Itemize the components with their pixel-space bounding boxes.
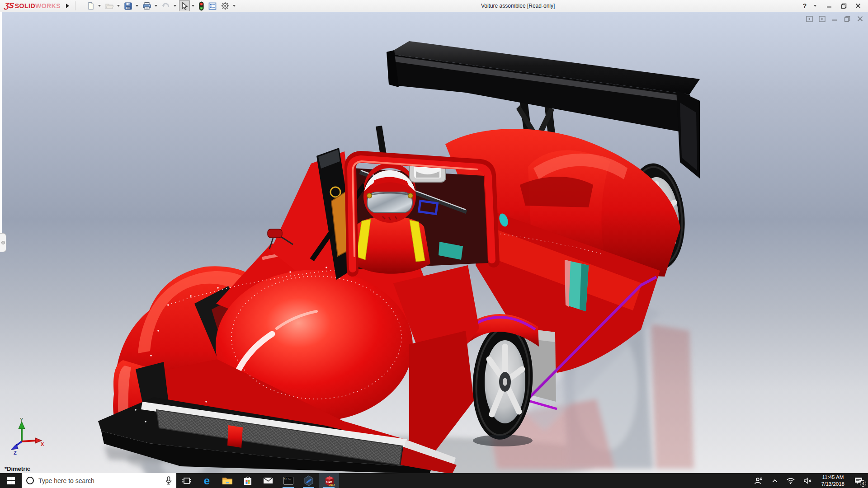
panel-splitter-handle[interactable]	[0, 233, 6, 252]
splitter-grip-icon	[1, 241, 5, 244]
file-properties-button[interactable]	[207, 0, 218, 11]
hidden-icons-button[interactable]	[769, 473, 781, 488]
graphics-viewport: Y X Z *Dimetric	[0, 12, 868, 473]
chevron-up-icon	[772, 479, 778, 483]
doc-restore-button[interactable]	[844, 15, 851, 22]
undo-button[interactable]	[160, 0, 172, 11]
clock-date: 7/13/2018	[821, 481, 844, 488]
view-orientation-label: *Dimetric	[5, 465, 30, 472]
solidworks-logo[interactable]: ƷS SOLIDWORKS	[0, 1, 63, 10]
select-dropdown[interactable]	[192, 5, 194, 7]
save-button[interactable]	[123, 0, 134, 11]
undo-icon	[161, 2, 170, 10]
doc-minimize-button[interactable]	[831, 15, 838, 22]
close-button[interactable]	[852, 1, 864, 11]
select-cursor-button[interactable]	[179, 0, 190, 11]
taskbar-command-prompt[interactable]: C:\_	[278, 473, 298, 488]
mail-icon	[263, 477, 273, 484]
doc-restore-icon	[844, 16, 850, 22]
triad-y-label: Y	[20, 418, 24, 422]
toolbar-separator	[75, 1, 75, 10]
restore-icon	[841, 3, 847, 9]
task-view-button[interactable]	[176, 473, 197, 488]
command-prompt-icon: C:\_	[283, 477, 293, 485]
microsoft-store-icon	[243, 476, 252, 486]
search-input[interactable]	[38, 477, 161, 484]
network-button[interactable]	[783, 473, 798, 488]
taskbar-mail[interactable]	[258, 473, 278, 488]
people-icon	[754, 477, 763, 484]
cortana-icon[interactable]	[26, 477, 34, 484]
triad-x-label: X	[41, 441, 44, 447]
print-icon	[142, 2, 151, 10]
solidworks-2017-icon: SW 2017	[324, 475, 335, 486]
taskbar-solidworks[interactable]: SW 2017	[319, 473, 339, 488]
action-center-button[interactable]: 4	[851, 473, 866, 488]
solidworks-logo-glyph: ƷS	[4, 1, 14, 10]
minimize-icon	[826, 3, 832, 9]
task-view-icon	[182, 477, 191, 485]
help-dropdown[interactable]	[814, 5, 816, 7]
undo-dropdown[interactable]	[174, 5, 176, 7]
close-icon	[855, 3, 861, 9]
options-gear-icon	[221, 1, 230, 10]
restore-button[interactable]	[837, 1, 850, 11]
taskbar-clock[interactable]: 11:45 AM 7/13/2018	[818, 474, 848, 488]
dock-pane-right-button[interactable]	[818, 15, 826, 22]
microphone-icon[interactable]	[165, 476, 172, 485]
doc-minimize-icon	[832, 16, 838, 22]
print-dropdown[interactable]	[155, 5, 157, 7]
windows-logo-icon	[7, 477, 15, 484]
taskbar-microsoft-store[interactable]	[237, 473, 258, 488]
notification-badge: 4	[860, 480, 866, 487]
new-document-icon	[87, 2, 95, 10]
hexagon-app-icon	[304, 475, 314, 486]
window-controls: ?	[798, 1, 868, 11]
logo-text-solid: SOLID	[15, 2, 35, 9]
clock-time: 11:45 AM	[821, 474, 844, 481]
file-explorer-icon	[222, 476, 233, 485]
speaker-muted-icon	[804, 478, 812, 484]
window-title: Voiture assomblee [Read-only]	[237, 3, 798, 9]
options-button[interactable]	[219, 0, 231, 11]
dock-pane-left-icon	[806, 16, 813, 22]
open-dropdown[interactable]	[117, 5, 120, 7]
car-3d-model[interactable]	[0, 12, 868, 473]
start-button[interactable]	[0, 473, 22, 488]
volume-button[interactable]	[801, 473, 815, 488]
taskbar-hexagon-app[interactable]	[298, 473, 319, 488]
file-properties-icon	[208, 2, 217, 10]
help-label: ?	[803, 2, 807, 9]
quick-access-toolbar	[85, 0, 237, 11]
triad-z-label: Z	[14, 450, 17, 455]
save-dropdown[interactable]	[136, 5, 138, 7]
print-button[interactable]	[141, 0, 153, 11]
doc-close-button[interactable]	[856, 15, 863, 22]
wifi-icon	[787, 478, 795, 484]
options-dropdown[interactable]	[233, 5, 236, 7]
minimize-button[interactable]	[823, 1, 835, 11]
title-bar: ƷS SOLIDWORKS	[0, 0, 868, 12]
rebuild-button[interactable]	[197, 0, 206, 11]
menu-flyout-arrow-icon[interactable]	[63, 2, 71, 10]
orientation-triad: Y X Z	[8, 418, 44, 455]
doc-close-icon	[857, 16, 863, 22]
feature-panel-strip	[0, 12, 2, 247]
cmd-glyph: C:\_	[284, 477, 291, 480]
dock-pane-left-button[interactable]	[806, 15, 813, 22]
dock-pane-right-icon	[819, 16, 826, 22]
open-button[interactable]	[104, 0, 115, 11]
new-document-dropdown[interactable]	[98, 5, 101, 7]
edge-icon: e	[204, 475, 210, 486]
taskbar-edge[interactable]: e	[197, 473, 217, 488]
new-document-button[interactable]	[85, 0, 96, 11]
logo-text-works: WORKS	[35, 2, 61, 9]
windows-taskbar: e C:\_	[0, 473, 868, 488]
help-button[interactable]: ?	[798, 1, 811, 11]
taskbar-search[interactable]	[22, 473, 176, 488]
document-window-controls	[806, 15, 863, 22]
people-button[interactable]	[751, 473, 766, 488]
taskbar-file-explorer[interactable]	[217, 473, 237, 488]
select-cursor-icon	[180, 2, 189, 10]
system-tray: 11:45 AM 7/13/2018 4	[751, 473, 868, 488]
